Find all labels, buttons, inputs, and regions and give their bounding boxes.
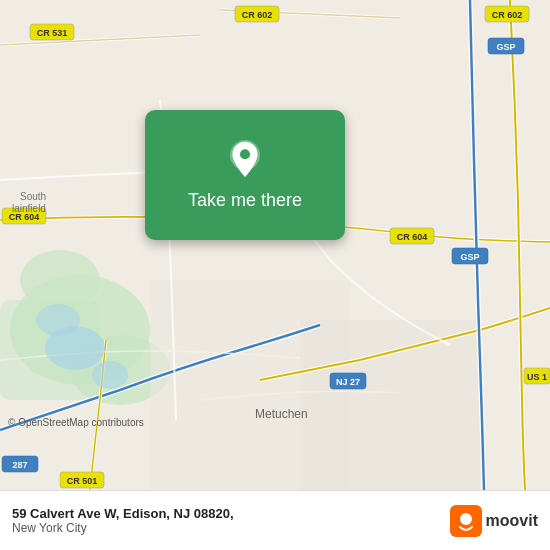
address-line1: 59 Calvert Ave W, Edison, NJ 08820, — [12, 506, 450, 521]
svg-text:GSP: GSP — [496, 42, 515, 52]
svg-point-43 — [460, 513, 472, 525]
svg-text:CR 501: CR 501 — [67, 476, 98, 486]
svg-text:lainfield: lainfield — [12, 203, 46, 214]
take-me-there-button[interactable]: Take me there — [145, 110, 345, 240]
svg-point-41 — [240, 149, 250, 159]
svg-point-37 — [36, 304, 80, 336]
svg-text:NJ 27: NJ 27 — [336, 377, 360, 387]
svg-text:CR 531: CR 531 — [37, 28, 68, 38]
svg-text:CR 602: CR 602 — [492, 10, 523, 20]
svg-text:287: 287 — [12, 460, 27, 470]
moovit-brand-text: moovit — [486, 512, 538, 530]
svg-text:US 1: US 1 — [527, 372, 547, 382]
address-line2: New York City — [12, 521, 450, 535]
location-pin-icon — [224, 140, 266, 182]
take-me-there-label: Take me there — [188, 190, 302, 211]
svg-rect-6 — [300, 320, 480, 490]
moovit-logo[interactable]: moovit — [450, 505, 538, 537]
svg-text:GSP: GSP — [460, 252, 479, 262]
svg-point-38 — [92, 361, 128, 389]
svg-text:CR 602: CR 602 — [242, 10, 273, 20]
bottom-bar: 59 Calvert Ave W, Edison, NJ 08820, New … — [0, 490, 550, 550]
map-container: CR 531 CR 602 CR 602 GSP CR 604 CR 604 G… — [0, 0, 550, 490]
moovit-logo-icon — [450, 505, 482, 537]
svg-text:South: South — [20, 191, 46, 202]
svg-text:CR 604: CR 604 — [397, 232, 428, 242]
address-section: 59 Calvert Ave W, Edison, NJ 08820, New … — [12, 506, 450, 535]
osm-attribution: © OpenStreetMap contributors — [8, 417, 144, 428]
svg-text:Metuchen: Metuchen — [255, 407, 308, 421]
